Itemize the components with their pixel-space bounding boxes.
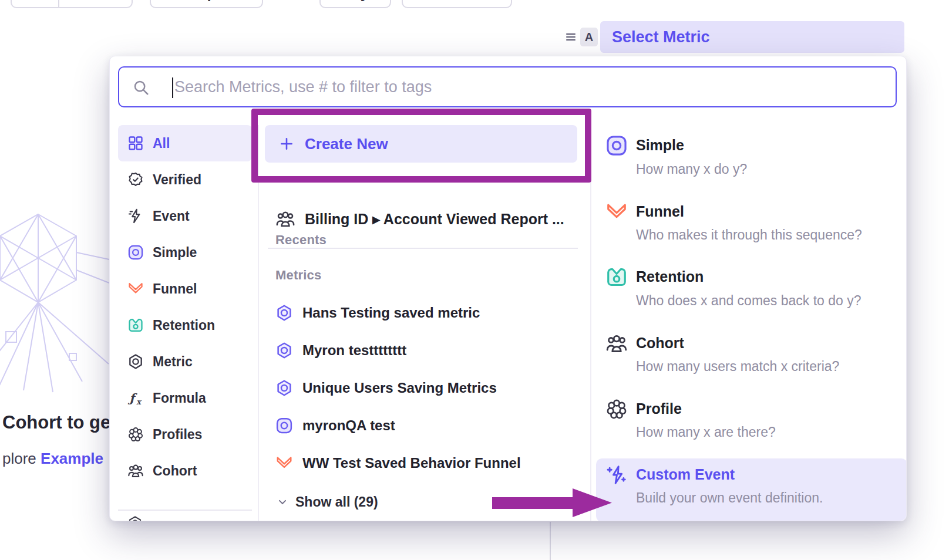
sidebar-label: Formula bbox=[153, 390, 206, 406]
recents-header: Recents bbox=[275, 232, 327, 248]
formula-icon: ƒx bbox=[127, 390, 144, 406]
chevron-down-icon bbox=[277, 496, 288, 508]
drag-handle-icon[interactable] bbox=[565, 31, 577, 42]
type-profile[interactable]: Profile bbox=[636, 400, 682, 417]
profiles-flower-icon bbox=[605, 398, 628, 420]
sidebar-label: Verified bbox=[153, 172, 201, 188]
select-metric-field[interactable]: Select Metric bbox=[600, 21, 904, 53]
sidebar-item-cohort[interactable]: Cohort bbox=[118, 453, 252, 489]
metric-search-input[interactable] bbox=[119, 67, 896, 107]
metric-list-item[interactable]: Unique Users Saving Metrics bbox=[275, 374, 497, 402]
sidebar-item-event[interactable]: Event bbox=[118, 198, 252, 234]
type-custom-event[interactable]: Custom Event bbox=[636, 466, 735, 483]
recents-metrics-divider bbox=[268, 248, 578, 249]
sidebar-item-formula[interactable]: ƒx Formula bbox=[118, 380, 252, 416]
range-12m-button[interactable]: 12M bbox=[12, 0, 58, 7]
custom-event-icon bbox=[605, 464, 628, 486]
sidebar-item-funnel[interactable]: Funnel bbox=[118, 271, 252, 307]
create-new-button[interactable]: Create New bbox=[265, 125, 577, 163]
funnel-icon bbox=[275, 454, 293, 472]
funnel-icon bbox=[127, 281, 144, 297]
type-simple[interactable]: Simple bbox=[636, 137, 684, 154]
svg-text:x: x bbox=[136, 397, 142, 406]
date-range-segmented-control: 12M YTD▾ bbox=[11, 0, 133, 8]
simple-icon bbox=[275, 417, 293, 434]
metric-hexagon-icon bbox=[275, 379, 293, 397]
metric-list-item[interactable]: Hans Testing saved metric bbox=[275, 299, 480, 327]
background-headline: Cohort to ge bbox=[2, 412, 110, 433]
metric-item-label: myronQA test bbox=[302, 417, 395, 434]
metric-item-label: Myron testttttttt bbox=[302, 342, 406, 359]
type-cohort[interactable]: Cohort bbox=[636, 335, 684, 352]
metric-select-modal: All Verified Event Simple Funnel Retenti… bbox=[109, 56, 907, 521]
metric-hexagon-icon bbox=[127, 353, 144, 370]
metric-item-label: WW Test Saved Behavior Funnel bbox=[302, 455, 521, 471]
panel-divider bbox=[550, 522, 551, 560]
cohort-people-icon bbox=[275, 209, 295, 229]
sidebar-label: Simple bbox=[153, 245, 197, 261]
sidebar-item-simple[interactable]: Simple bbox=[118, 234, 252, 271]
grid-icon bbox=[127, 135, 144, 151]
line-chart-icon bbox=[432, 0, 446, 1]
event-bolt-icon bbox=[127, 208, 144, 224]
type-simple-desc: How many x do y? bbox=[636, 161, 747, 177]
metric-item-label: Hans Testing saved metric bbox=[302, 305, 480, 321]
simple-icon bbox=[605, 134, 628, 157]
type-profile-desc: How many x are there? bbox=[636, 424, 776, 440]
sidebar-label: Event bbox=[153, 208, 190, 224]
sidebar-divider bbox=[118, 510, 252, 511]
search-icon bbox=[132, 79, 150, 96]
verified-badge-icon bbox=[127, 171, 144, 188]
sidebar-item-retention[interactable]: Retention bbox=[118, 307, 252, 343]
series-a-badge: A bbox=[580, 28, 598, 46]
sidebar-label: All bbox=[153, 136, 170, 151]
select-metric-label: Select Metric bbox=[612, 28, 710, 46]
type-cohort-desc: How many users match x criteria? bbox=[636, 359, 839, 375]
sidebar-item-all[interactable]: All bbox=[118, 125, 252, 161]
metric-item-label: Unique Users Saving Metrics bbox=[302, 380, 497, 396]
sidebar-label: Cohort bbox=[153, 463, 197, 479]
metric-hexagon-icon bbox=[275, 304, 293, 322]
compare-button[interactable]: Compare bbox=[150, 0, 263, 8]
show-all-label: Show all (29) bbox=[295, 494, 378, 510]
cohort-people-icon bbox=[605, 332, 628, 355]
clipped-sidebar-icon bbox=[127, 515, 143, 521]
metrics-header: Metrics bbox=[275, 268, 321, 283]
metric-list-item[interactable]: WW Test Saved Behavior Funnel bbox=[275, 449, 521, 477]
show-all-button[interactable]: Show all (29) bbox=[277, 491, 378, 512]
sidebar-label: Profiles bbox=[153, 427, 202, 443]
type-custom-event-desc: Build your own event definition. bbox=[636, 490, 823, 506]
sidebar-item-profiles[interactable]: Profiles bbox=[118, 416, 252, 453]
example-link[interactable]: Example bbox=[41, 450, 103, 467]
type-funnel-desc: Who makes it through this sequence? bbox=[636, 227, 862, 243]
category-sidebar: All Verified Event Simple Funnel Retenti… bbox=[118, 125, 252, 489]
background-subline: plore Example bbox=[2, 450, 103, 468]
type-retention-desc: Who does x and comes back to do y? bbox=[636, 293, 861, 309]
create-new-label: Create New bbox=[305, 135, 388, 153]
type-retention[interactable]: Retention bbox=[636, 268, 704, 285]
simple-icon bbox=[127, 244, 144, 261]
day-granularity-button[interactable]: Day bbox=[319, 0, 391, 8]
metric-list-item[interactable]: myronQA test bbox=[275, 411, 395, 440]
profiles-flower-icon bbox=[127, 426, 144, 443]
type-funnel[interactable]: Funnel bbox=[636, 203, 684, 220]
sidebar-label: Retention bbox=[153, 318, 215, 333]
plus-icon bbox=[279, 136, 294, 151]
cohort-people-icon bbox=[127, 463, 144, 479]
recent-item-label: Billing ID ▸ Account Viewed Report ... bbox=[305, 211, 564, 228]
column-divider-right bbox=[590, 125, 591, 521]
recent-item-billing[interactable]: Billing ID ▸ Account Viewed Report ... bbox=[275, 205, 564, 233]
metric-search-box bbox=[118, 66, 897, 107]
funnel-icon bbox=[605, 201, 628, 223]
sidebar-item-verified[interactable]: Verified bbox=[118, 161, 252, 198]
metric-hexagon-icon bbox=[275, 342, 293, 359]
sidebar-item-metric[interactable]: Metric bbox=[118, 343, 252, 380]
text-cursor bbox=[172, 77, 173, 98]
retention-icon bbox=[605, 266, 628, 288]
sidebar-label: Metric bbox=[153, 354, 193, 370]
retention-icon bbox=[127, 317, 144, 333]
column-divider-left bbox=[258, 125, 259, 521]
metric-list-item[interactable]: Myron testttttttt bbox=[275, 336, 406, 365]
line-chart-type-button[interactable]: Line bbox=[402, 0, 512, 8]
range-ytd-button[interactable]: YTD▾ bbox=[58, 0, 116, 7]
